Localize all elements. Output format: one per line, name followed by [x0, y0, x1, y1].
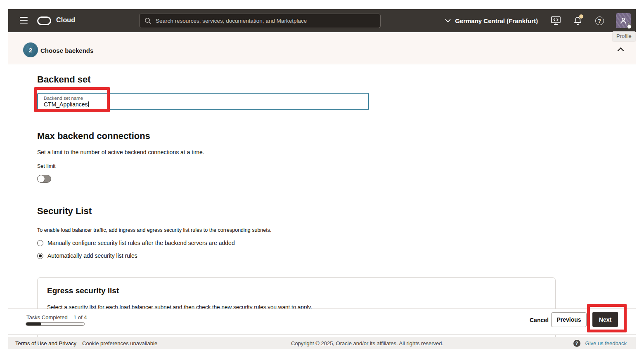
cookie-preferences-text: Cookie preferences unavailable — [82, 340, 157, 346]
help-icon[interactable]: ? — [594, 15, 605, 26]
radio-option-automatic[interactable]: Automatically add security list rules — [37, 252, 137, 259]
progress-fill — [26, 323, 41, 325]
backend-set-name-value: CTM_Appliances — [44, 101, 88, 108]
step-title: Choose backends — [40, 47, 93, 54]
max-connections-heading: Max backend connections — [37, 131, 150, 141]
previous-button[interactable]: Previous — [551, 312, 587, 327]
security-list-heading: Security List — [37, 206, 92, 217]
tasks-progress-bar — [26, 322, 85, 326]
wizard-step-header: 2 Choose backends — [8, 32, 636, 64]
backend-set-heading: Backend set — [37, 74, 91, 85]
collapse-section-button[interactable] — [617, 46, 624, 53]
global-search[interactable] — [139, 14, 381, 28]
oracle-logo-icon[interactable] — [37, 16, 51, 25]
search-icon — [144, 17, 152, 24]
max-connections-description: Set a limit to the number of active back… — [37, 149, 204, 155]
next-button[interactable]: Next — [592, 312, 618, 327]
egress-card-heading: Egress security list — [47, 286, 119, 295]
tasks-completed-count: 1 of 4 — [73, 314, 87, 320]
notifications-bell-icon[interactable] — [572, 15, 583, 26]
terms-link[interactable]: Terms of Use and Privacy — [15, 340, 76, 346]
console-footer: Terms of Use and Privacy Cookie preferen… — [8, 337, 636, 349]
notification-badge — [579, 14, 583, 19]
toggle-thumb — [37, 175, 45, 183]
region-label: Germany Central (Frankfurt) — [455, 17, 538, 24]
radio-manual-label: Manually configure security list rules a… — [47, 240, 235, 246]
chevron-down-icon — [445, 19, 451, 23]
profile-avatar[interactable] — [616, 13, 631, 28]
feedback-link[interactable]: ? Give us feedback — [573, 340, 627, 347]
search-input[interactable] — [156, 18, 375, 24]
text-caret — [88, 101, 89, 107]
copyright-text: Copyright © 2025, Oracle and/or its affi… — [291, 340, 443, 346]
radio-unselected-icon[interactable] — [37, 240, 43, 246]
profile-tooltip: Profile — [613, 31, 635, 41]
hand-cursor-icon — [625, 22, 632, 30]
radio-option-manual[interactable]: Manually configure security list rules a… — [37, 240, 235, 246]
backend-set-name-input[interactable]: Backend set name CTM_Appliances — [37, 93, 369, 110]
feedback-question-icon: ? — [573, 340, 580, 347]
header-right-cluster: Germany Central (Frankfurt) ? — [445, 9, 631, 32]
cloud-shell-icon[interactable] — [550, 15, 561, 26]
tasks-completed-label: Tasks Completed — [26, 314, 68, 320]
oci-console-page: Cloud Germany Central (Frankfurt) — [0, 0, 644, 358]
step-number-badge: 2 — [23, 42, 38, 57]
backend-set-name-label: Backend set name — [44, 96, 362, 101]
radio-automatic-label: Automatically add security list rules — [47, 252, 137, 259]
radio-selected-icon[interactable] — [37, 253, 43, 259]
region-selector[interactable]: Germany Central (Frankfurt) — [445, 17, 538, 24]
top-navigation-bar: Cloud Germany Central (Frankfurt) — [8, 9, 636, 32]
set-limit-toggle[interactable] — [37, 175, 51, 183]
security-list-description: To enable load balancer traffic, add ing… — [37, 227, 271, 233]
brand-label[interactable]: Cloud — [56, 16, 75, 24]
hamburger-menu-icon[interactable] — [20, 17, 28, 24]
chevron-up-icon — [617, 47, 624, 52]
wizard-action-bar: Tasks Completed 1 of 4 Cancel Previous N… — [8, 309, 636, 335]
set-limit-label: Set limit — [37, 163, 55, 169]
feedback-label: Give us feedback — [585, 340, 627, 346]
